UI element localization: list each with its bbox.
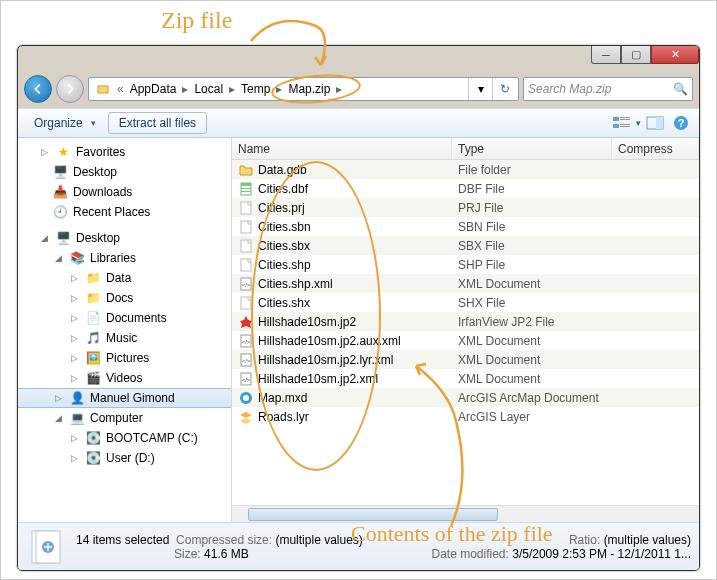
file-type: SHX File bbox=[452, 296, 612, 310]
file-type: SBN File bbox=[452, 220, 612, 234]
file-icon bbox=[238, 238, 254, 254]
file-type: DBF File bbox=[452, 182, 612, 196]
maximize-button[interactable]: ▢ bbox=[621, 46, 651, 64]
file-name: Data.gdb bbox=[258, 163, 307, 177]
crumb-root[interactable] bbox=[91, 78, 115, 100]
titlebar: ─ ▢ ✕ bbox=[18, 46, 699, 74]
view-options-button[interactable] bbox=[610, 111, 634, 135]
nav-drive-c[interactable]: ▷💽BOOTCAMP (C:) bbox=[18, 428, 231, 448]
crumb-appdata[interactable]: AppData bbox=[126, 78, 181, 100]
nav-drive-d[interactable]: ▷💽User (D:) bbox=[18, 448, 231, 468]
svg-rect-2 bbox=[620, 117, 630, 118]
file-icon: </> bbox=[238, 276, 254, 292]
file-name: Cities.prj bbox=[258, 201, 305, 215]
svg-rect-8 bbox=[656, 117, 663, 129]
svg-text:</>: </> bbox=[242, 377, 251, 383]
file-row[interactable]: Cities.dbfDBF File bbox=[232, 179, 699, 198]
svg-text:?: ? bbox=[678, 117, 685, 129]
crumb-temp[interactable]: Temp bbox=[237, 78, 274, 100]
refresh-button[interactable]: ↻ bbox=[492, 77, 516, 101]
nav-user[interactable]: ▷👤Manuel Gimond bbox=[18, 388, 231, 408]
close-button[interactable]: ✕ bbox=[651, 46, 699, 64]
file-row[interactable]: Cities.prjPRJ File bbox=[232, 198, 699, 217]
svg-rect-12 bbox=[241, 183, 251, 186]
file-name: Roads.lyr bbox=[258, 410, 309, 424]
file-name: Cities.dbf bbox=[258, 182, 308, 196]
file-icon bbox=[238, 257, 254, 273]
svg-rect-1 bbox=[613, 117, 619, 121]
nav-favorites[interactable]: ▷★Favorites bbox=[18, 142, 231, 162]
file-row[interactable]: Cities.shxSHX File bbox=[232, 293, 699, 312]
file-name: Hillshade10sm.jp2 bbox=[258, 315, 356, 329]
nav-lib-data[interactable]: ▷📁Data bbox=[18, 268, 231, 288]
extract-all-button[interactable]: Extract all files bbox=[108, 112, 207, 134]
horizontal-scrollbar[interactable] bbox=[232, 505, 699, 522]
svg-rect-16 bbox=[241, 221, 251, 233]
nav-fav-recent[interactable]: 🕘Recent Places bbox=[18, 202, 231, 222]
nav-lib-docs[interactable]: ▷📁Docs bbox=[18, 288, 231, 308]
nav-desktop[interactable]: ◢🖥️Desktop bbox=[18, 228, 231, 248]
toolbar: Organize Extract all files ▾ ? bbox=[18, 108, 699, 138]
search-input[interactable]: Search Map.zip 🔍 bbox=[523, 77, 693, 101]
file-icon: </> bbox=[238, 352, 254, 368]
col-compressed[interactable]: Compress bbox=[612, 138, 699, 159]
file-row[interactable]: </>Hillshade10sm.jp2.lyr.xmlXML Document bbox=[232, 350, 699, 369]
details-size-label: Size: bbox=[174, 547, 201, 561]
svg-rect-18 bbox=[241, 259, 251, 271]
file-icon bbox=[238, 409, 254, 425]
nav-lib-videos[interactable]: ▷🎬Videos bbox=[18, 368, 231, 388]
file-type: XML Document bbox=[452, 277, 612, 291]
file-row[interactable]: Cities.shpSHP File bbox=[232, 255, 699, 274]
nav-computer[interactable]: ◢💻Computer bbox=[18, 408, 231, 428]
file-row[interactable]: Hillshade10sm.jp2IrfanView JP2 File bbox=[232, 312, 699, 331]
back-button[interactable] bbox=[24, 75, 52, 103]
svg-rect-6 bbox=[620, 126, 630, 127]
preview-pane-button[interactable] bbox=[643, 111, 667, 135]
nav-libraries[interactable]: ◢📚Libraries bbox=[18, 248, 231, 268]
organize-button[interactable]: Organize bbox=[24, 113, 106, 133]
file-type: IrfanView JP2 File bbox=[452, 315, 612, 329]
file-row[interactable]: </>Cities.shp.xmlXML Document bbox=[232, 274, 699, 293]
svg-rect-21 bbox=[241, 297, 251, 309]
file-pane: Name Type Compress Data.gdbFile folderCi… bbox=[232, 138, 699, 522]
details-compsize-label: Compressed size: bbox=[176, 533, 272, 547]
file-row[interactable]: </>Hillshade10sm.jp2.aux.xmlXML Document bbox=[232, 331, 699, 350]
svg-rect-4 bbox=[613, 124, 619, 128]
file-type: ArcGIS ArcMap Document bbox=[452, 391, 612, 405]
minimize-button[interactable]: ─ bbox=[591, 46, 621, 64]
col-type[interactable]: Type bbox=[452, 138, 612, 159]
file-row[interactable]: Cities.sbxSBX File bbox=[232, 236, 699, 255]
file-row[interactable]: </>Hillshade10sm.jp2.xmlXML Document bbox=[232, 369, 699, 388]
file-row[interactable]: Map.mxdArcGIS ArcMap Document bbox=[232, 388, 699, 407]
nav-lib-music[interactable]: ▷🎵Music bbox=[18, 328, 231, 348]
nav-lib-pictures[interactable]: ▷🖼️Pictures bbox=[18, 348, 231, 368]
details-date-label: Date modified: bbox=[431, 547, 508, 561]
crumb-local[interactable]: Local bbox=[190, 78, 227, 100]
col-name[interactable]: Name bbox=[232, 138, 452, 159]
file-list: Data.gdbFile folderCities.dbfDBF FileCit… bbox=[232, 160, 699, 505]
file-row[interactable]: Roads.lyrArcGIS Layer bbox=[232, 407, 699, 426]
file-icon bbox=[238, 181, 254, 197]
details-compsize-value: (multiple values) bbox=[275, 533, 362, 547]
details-ratio-value: (multiple values) bbox=[604, 533, 691, 547]
file-name: Cities.shp bbox=[258, 258, 311, 272]
file-row[interactable]: Cities.sbnSBN File bbox=[232, 217, 699, 236]
file-name: Cities.sbn bbox=[258, 220, 311, 234]
file-icon bbox=[238, 295, 254, 311]
file-icon bbox=[238, 390, 254, 406]
nav-lib-documents[interactable]: ▷📄Documents bbox=[18, 308, 231, 328]
nav-fav-downloads[interactable]: 📥Downloads bbox=[18, 182, 231, 202]
file-type: XML Document bbox=[452, 353, 612, 367]
crumb-mapzip[interactable]: Map.zip bbox=[284, 78, 334, 100]
nav-fav-desktop[interactable]: 🖥️Desktop bbox=[18, 162, 231, 182]
file-name: Cities.shx bbox=[258, 296, 310, 310]
details-title: 14 items selected bbox=[76, 533, 169, 547]
address-bar[interactable]: « AppData▸ Local▸ Temp▸ Map.zip▸ ▾ ↻ bbox=[88, 77, 519, 101]
forward-button[interactable] bbox=[56, 75, 84, 103]
details-ratio-label: Ratio: bbox=[569, 533, 600, 547]
help-button[interactable]: ? bbox=[669, 111, 693, 135]
file-icon: </> bbox=[238, 333, 254, 349]
file-row[interactable]: Data.gdbFile folder bbox=[232, 160, 699, 179]
address-dropdown[interactable]: ▾ bbox=[468, 77, 492, 101]
file-type: ArcGIS Layer bbox=[452, 410, 612, 424]
